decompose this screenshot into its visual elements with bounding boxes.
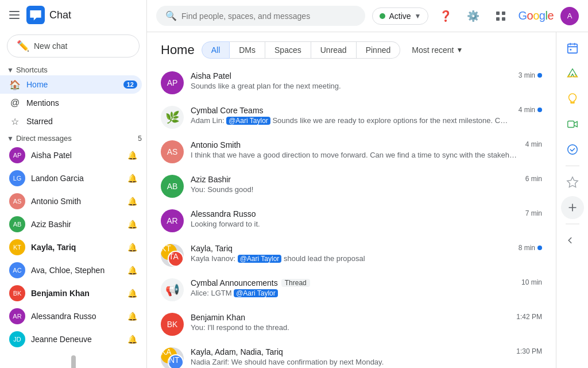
sidebar-item-dm[interactable]: AS Antonio Smith 🔔	[0, 190, 142, 213]
chat-item[interactable]: AB Aziz Bashir You: Sounds good! 6 min	[152, 169, 551, 204]
chat-name: Alessandra Russo	[191, 209, 519, 218]
sort-button[interactable]: Most recent ▼	[407, 42, 467, 58]
chat-name: Kayla, Tariq	[191, 244, 512, 253]
phone-icon[interactable]	[561, 113, 584, 136]
sidebar-item-dm[interactable]: KT Kayla, Tariq 🔔	[0, 236, 142, 259]
sidebar-item-dm[interactable]: LG Landon Garcia 🔔	[0, 167, 142, 190]
time-text: 8 min	[519, 244, 535, 252]
dm-avatar: AS	[9, 193, 25, 209]
chat-item[interactable]: AP Aisha Patel Sounds like a great plan …	[152, 66, 551, 100]
new-chat-button[interactable]: ✏️ New chat	[7, 34, 140, 57]
chat-avatar: AB	[161, 175, 184, 198]
chat-time: 3 min	[519, 71, 542, 79]
chat-name: Benjamin Khan	[191, 313, 509, 322]
dm-label: Direct messages	[16, 134, 72, 143]
dm-name: Aziz Bashir	[31, 220, 122, 229]
time-text: 10 min	[521, 278, 542, 286]
chat-name-text: Benjamin Khan	[191, 313, 245, 322]
filter-tab-pinned[interactable]: Pinned	[357, 41, 401, 59]
apps-button[interactable]	[490, 6, 511, 26]
chat-item[interactable]: BK Benjamin Khan You: I'll respond to th…	[152, 307, 551, 342]
sidebar-item-dm[interactable]: AB Aziz Bashir 🔔	[0, 213, 142, 236]
chat-item[interactable]: 📢 Cymbal Announcements Thread Alice: LGT…	[152, 273, 551, 307]
sidebar-item-dm[interactable]: BK Benjamin Khan 🔔	[0, 282, 142, 305]
keep-icon[interactable]	[561, 87, 584, 110]
calendar-icon[interactable]	[561, 37, 584, 60]
chat-body: Aziz Bashir You: Sounds good!	[191, 175, 519, 194]
status-pill[interactable]: Active ▼	[372, 7, 428, 25]
filter-tab-spaces[interactable]: Spaces	[265, 41, 311, 59]
dm-list: AP Aisha Patel 🔔 LG Landon Garcia 🔔 AS A…	[0, 144, 146, 351]
shortcuts-section[interactable]: ▼ Shortcuts	[0, 62, 146, 75]
mention-tag: @Aari Taylor	[226, 117, 270, 125]
chat-time: 1:42 PM	[516, 313, 542, 321]
search-box[interactable]: 🔍	[156, 6, 365, 26]
chat-name-text: Cymbal Core Teams	[191, 106, 264, 115]
home-icon: 🏠	[9, 79, 21, 90]
sidebar-item-dm[interactable]: AC Ava, Chloe, Stephen 🔔	[0, 259, 142, 282]
chat-item[interactable]: KA NT Kayla, Adam, Nadia, Tariq Nadia Za…	[152, 342, 551, 368]
settings-button[interactable]: ⚙️	[463, 6, 483, 26]
expand-icon[interactable]	[561, 229, 584, 252]
sidebar-item-dm[interactable]: JD Jeanne Deneuve 🔔	[0, 328, 142, 351]
sidebar-item-starred[interactable]: ☆ Starred	[0, 112, 142, 131]
notification-icon: 🔔	[127, 243, 137, 252]
filter-tab-all[interactable]: All	[202, 41, 230, 59]
search-input[interactable]	[181, 12, 356, 21]
chat-name: Antonio Smith	[191, 140, 519, 150]
tasks-icon[interactable]	[561, 138, 584, 161]
chat-name: Cymbal Announcements Thread	[191, 278, 514, 288]
help-button[interactable]: ❓	[435, 6, 456, 26]
star-icon[interactable]	[561, 171, 584, 194]
notification-icon: 🔔	[127, 266, 137, 275]
status-chevron: ▼	[415, 12, 421, 20]
chat-name-text: Kayla, Adam, Nadia, Tariq	[191, 347, 283, 356]
app-title: Chat	[49, 9, 71, 21]
mentions-icon: @	[9, 97, 21, 109]
svg-point-8	[567, 145, 577, 155]
chat-item[interactable]: AS Antonio Smith I think that we have a …	[152, 135, 551, 169]
sidebar-scrollbar[interactable]	[71, 355, 76, 368]
chat-time: 8 min	[519, 244, 542, 252]
chat-body: Kayla, Tariq Kayla Ivanov: @Aari Taylor …	[191, 244, 512, 263]
chat-preview: Adam Lin: @Aari Taylor Sounds like we ar…	[191, 116, 512, 125]
user-avatar[interactable]: A	[560, 7, 579, 25]
notification-icon: 🔔	[127, 289, 137, 298]
time-text: 7 min	[525, 209, 542, 217]
sidebar-item-dm[interactable]: AP Aisha Patel 🔔	[0, 144, 142, 167]
panel-divider-2	[566, 224, 579, 224]
chat-time: 6 min	[525, 175, 542, 183]
chat-name-text: Kayla, Tariq	[191, 244, 233, 253]
chat-item[interactable]: AR Alessandra Russo Looking forward to i…	[152, 204, 551, 238]
chat-name: Kayla, Adam, Nadia, Tariq	[191, 347, 509, 356]
dm-section[interactable]: ▼ Direct messages 5	[0, 131, 146, 144]
chat-avatar-double: KA NT	[161, 347, 184, 368]
starred-icon: ☆	[9, 116, 21, 127]
svg-rect-5	[567, 44, 577, 53]
dm-name: Antonio Smith	[31, 197, 122, 206]
page-title: Home	[161, 43, 195, 57]
google-logo: Google	[518, 9, 554, 22]
sidebar-item-mentions[interactable]: @ Mentions	[0, 94, 142, 112]
chat-name-text: Aisha Patel	[191, 71, 231, 80]
sidebar-item-dm[interactable]: AR Alessandra Russo 🔔	[0, 305, 142, 328]
chat-item[interactable]: KT TA Kayla, Tariq Kayla Ivanov: @Aari T…	[152, 238, 551, 273]
mention-tag: @Aari Taylor	[234, 289, 278, 297]
drive-icon[interactable]	[561, 62, 584, 85]
dm-name: Benjamin Khan	[31, 289, 122, 298]
chat-item[interactable]: 🌿 Cymbal Core Teams Adam Lin: @Aari Tayl…	[152, 100, 551, 135]
new-chat-icon: ✏️	[17, 40, 29, 52]
shortcuts-chevron: ▼	[7, 66, 14, 74]
menu-button[interactable]	[7, 9, 22, 21]
filter-tab-unread[interactable]: Unread	[311, 41, 357, 59]
dm-count: 5	[138, 135, 142, 143]
time-text: 1:30 PM	[516, 347, 542, 355]
avatar2: TA	[168, 251, 184, 267]
svg-rect-7	[567, 121, 574, 128]
add-icon[interactable]	[561, 196, 584, 219]
sidebar-item-home[interactable]: 🏠 Home 12	[0, 75, 142, 94]
chat-name: Aziz Bashir	[191, 175, 519, 184]
time-text: 3 min	[519, 71, 535, 79]
chat-name-text: Cymbal Announcements	[191, 278, 278, 288]
filter-tab-dms[interactable]: DMs	[230, 41, 265, 59]
